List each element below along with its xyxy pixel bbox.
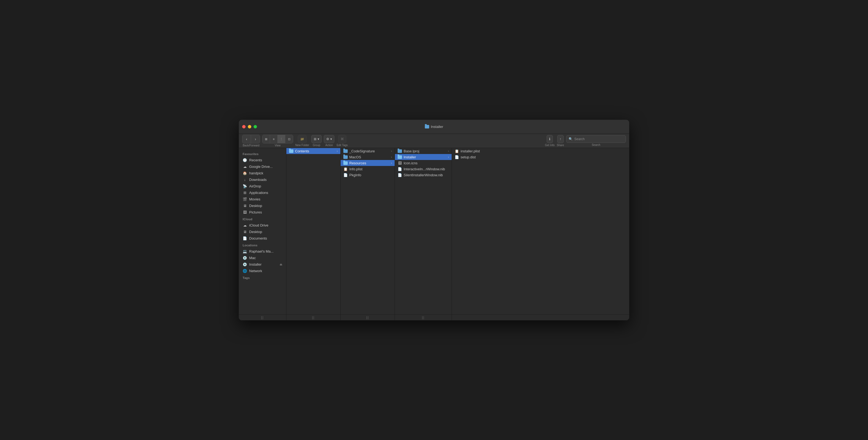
sidebar-item-desktop[interactable]: 🖥 Desktop: [239, 202, 286, 209]
share-label: Share: [557, 144, 564, 147]
file-item-icon-icns[interactable]: 🖼 Icon.icns: [395, 160, 452, 166]
file-item-pkginfo[interactable]: 📄 PkgInfo: [341, 172, 395, 178]
movies-icon: 🎬: [243, 197, 247, 201]
col-handle-4[interactable]: ||: [395, 315, 452, 320]
file-name-silent-nib: SilentInstallerWindow.nib: [404, 173, 449, 177]
file-item-resources[interactable]: Resources ›: [341, 160, 395, 166]
sidebar-item-network[interactable]: 🌐 Network: [239, 267, 286, 274]
action-gear-icon: ⚙: [326, 137, 329, 141]
nib-icon-interactive: 📄: [398, 167, 402, 171]
col-handle-1[interactable]: ||: [239, 315, 286, 320]
col-handle-2[interactable]: ||: [286, 315, 341, 320]
new-folder-section: 📁 New Folder: [295, 135, 309, 147]
google-drive-icon: ☁: [243, 164, 247, 169]
sidebar-label-airdrop: AirDrop: [249, 184, 261, 188]
file-name-interactive-nib: InteractiveIn...rWindow.nib: [404, 167, 449, 171]
view-section: ⊞ ≡ ⋮ ⊡ View: [262, 135, 293, 147]
search-input[interactable]: [574, 137, 623, 141]
nib-icon-silent: 📄: [398, 173, 402, 177]
sidebar-item-raphaels-mac[interactable]: 💻 Raphael's Ma...: [239, 248, 286, 255]
window-title-area: Installer: [425, 125, 443, 129]
search-bar[interactable]: 🔍: [566, 135, 626, 143]
sidebar-item-airdrop[interactable]: 📡 AirDrop: [239, 183, 286, 189]
minimize-button[interactable]: [248, 125, 251, 128]
share-button[interactable]: ↑: [557, 135, 564, 143]
handle-dots-2: ||: [312, 316, 315, 319]
col-handle-5[interactable]: [452, 315, 629, 320]
sidebar-item-mac[interactable]: 💿 Mac: [239, 255, 286, 261]
folder-icon-cs: [343, 149, 348, 153]
forward-button[interactable]: ›: [251, 135, 260, 143]
view-gallery-btn[interactable]: ⊡: [285, 135, 293, 143]
view-column-btn[interactable]: ⋮: [278, 135, 285, 143]
icloud-desktop-icon: 🖥: [243, 230, 247, 234]
file-item-installer-folder[interactable]: Installer ›: [395, 154, 452, 160]
maximize-button[interactable]: [253, 125, 257, 128]
col-handle-3[interactable]: ||: [341, 315, 395, 320]
file-item-installer-plist[interactable]: 📋 installer.plist: [452, 148, 629, 154]
sidebar-item-pictures[interactable]: 🖼 Pictures: [239, 209, 286, 215]
folder-icon-resources: [343, 161, 348, 165]
edit-tags-button[interactable]: ⌘: [338, 135, 346, 143]
eject-button[interactable]: ⏏: [280, 263, 282, 266]
view-list-btn[interactable]: ≡: [270, 135, 278, 143]
view-buttons: ⊞ ≡ ⋮ ⊡: [262, 135, 293, 143]
sidebar-item-icloud-desktop[interactable]: 🖥 Desktop: [239, 228, 286, 235]
new-folder-button[interactable]: 📁: [298, 135, 307, 143]
back-icon: ‹: [246, 137, 247, 141]
list-view-icon: ≡: [273, 138, 274, 141]
titlebar: Installer: [239, 120, 629, 134]
get-info-label: Get Info: [545, 144, 555, 147]
action-button[interactable]: ⚙ ▾: [324, 135, 334, 143]
handle-dots-3: ||: [366, 316, 369, 319]
sidebar-item-movies[interactable]: 🎬 Movies: [239, 196, 286, 202]
icloud-drive-icon: ☁: [243, 223, 247, 227]
mac-drive-icon: 💿: [243, 256, 247, 260]
file-item-contents[interactable]: Contents ›: [286, 148, 340, 154]
group-button[interactable]: ⊞ ▾: [311, 135, 322, 143]
get-info-button[interactable]: ℹ: [547, 135, 553, 143]
group-icon: ⊞: [314, 137, 316, 141]
sidebar-item-handpick[interactable]: 🏠 handpick: [239, 170, 286, 176]
file-item-silent-nib[interactable]: 📄 SilentInstallerWindow.nib: [395, 172, 452, 178]
folder-icon-macos: [343, 155, 348, 159]
file-item-macos[interactable]: MacOS ›: [341, 154, 395, 160]
search-section: 🔍 Search: [566, 135, 626, 146]
action-label: Action: [326, 144, 333, 147]
file-item-info-plist[interactable]: 📋 Info.plist: [341, 166, 395, 172]
column-view-icon: ⋮: [280, 138, 283, 141]
locations-label: Locations: [239, 241, 286, 248]
sidebar-item-icloud-drive[interactable]: ☁ iCloud Drive: [239, 222, 286, 228]
new-folder-icon: 📁: [300, 137, 304, 141]
sidebar-item-applications[interactable]: ⊞ Applications: [239, 189, 286, 196]
file-item-interactive-nib[interactable]: 📄 InteractiveIn...rWindow.nib: [395, 166, 452, 172]
sidebar-item-downloads[interactable]: ↓ Downloads: [239, 176, 286, 183]
sidebar-item-documents[interactable]: 📄 Documents: [239, 235, 286, 241]
handle-dots-1: ||: [261, 316, 264, 319]
chevron-icon-cs: ›: [391, 150, 392, 153]
view-icon-btn[interactable]: ⊞: [262, 135, 270, 143]
sidebar-item-installer[interactable]: 💿 Installer ⏏: [239, 261, 286, 267]
installer-drive-icon: 💿: [243, 262, 247, 266]
file-item-base-lproj[interactable]: Base.lproj ›: [395, 148, 452, 154]
file-item-codesignature[interactable]: _CodeSignature ›: [341, 148, 395, 154]
group-label: Group: [313, 144, 320, 147]
nav-section: ‹ › Back/Forward: [242, 135, 260, 147]
gallery-view-icon: ⊡: [288, 138, 290, 141]
sidebar-item-recents[interactable]: 🕐 Recents: [239, 157, 286, 163]
back-button[interactable]: ‹: [242, 135, 251, 143]
file-item-setup-dist[interactable]: 📄 setup.dist: [452, 154, 629, 160]
sidebar-label-documents: Documents: [249, 236, 267, 240]
folder-icon-installer: [398, 155, 402, 159]
search-icon: 🔍: [569, 137, 573, 141]
icns-icon: 🖼: [398, 161, 402, 165]
file-name-info-plist: Info.plist: [349, 167, 392, 171]
info-icon: ℹ: [549, 137, 551, 141]
close-button[interactable]: [242, 125, 246, 128]
sidebar-item-google-drive[interactable]: ☁ Google Drive...: [239, 163, 286, 170]
window-title: Installer: [431, 125, 443, 129]
toolbar: ‹ › Back/Forward ⊞ ≡ ⋮ ⊡: [239, 134, 629, 148]
network-icon: 🌐: [243, 269, 247, 273]
sidebar-label-handpick: handpick: [249, 171, 263, 175]
applications-icon: ⊞: [243, 190, 247, 195]
